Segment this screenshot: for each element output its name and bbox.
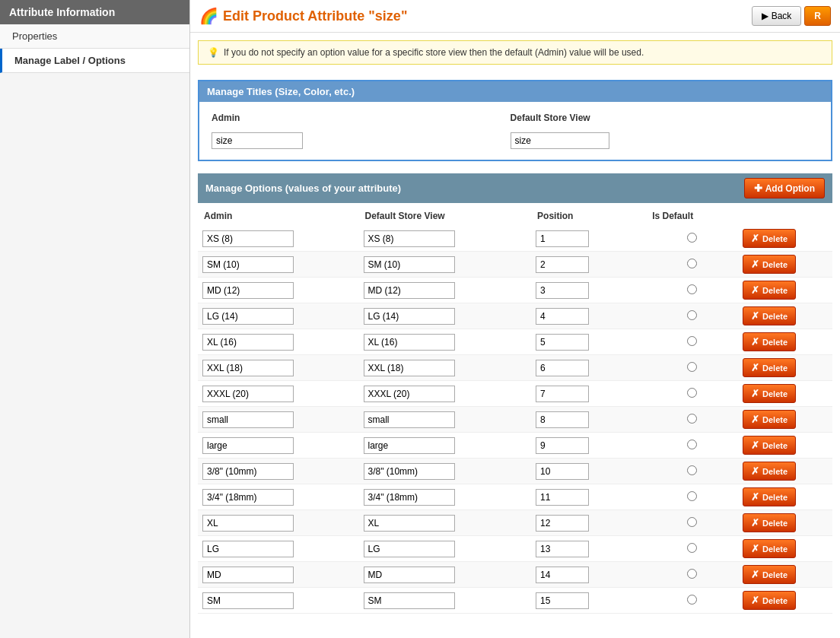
delete-icon: ✗ xyxy=(751,259,759,270)
page-title-text: Edit Product Attribute "size" xyxy=(223,8,407,24)
option-store-input[interactable] xyxy=(364,489,455,506)
option-default-radio[interactable] xyxy=(687,543,697,553)
rainbow-icon: 🌈 xyxy=(199,7,218,25)
sidebar-item-properties[interactable]: Properties xyxy=(0,24,189,49)
option-admin-input[interactable] xyxy=(202,437,294,454)
option-store-input[interactable] xyxy=(364,411,455,428)
add-option-button[interactable]: ✚ Add Option xyxy=(744,178,825,198)
sidebar-item-manage-label-options[interactable]: Manage Label / Options xyxy=(0,49,189,73)
option-position-input[interactable] xyxy=(536,567,589,583)
option-admin-input[interactable] xyxy=(202,334,294,351)
option-default-radio[interactable] xyxy=(687,259,697,268)
option-store-input[interactable] xyxy=(364,360,455,376)
option-admin-input[interactable] xyxy=(202,360,294,376)
option-admin-input[interactable] xyxy=(202,386,294,402)
option-store-input[interactable] xyxy=(364,308,455,325)
titles-store-input[interactable] xyxy=(511,132,609,149)
option-position-input[interactable] xyxy=(536,437,589,454)
option-default-radio[interactable] xyxy=(687,414,697,424)
delete-button[interactable]: ✗ Delete xyxy=(743,229,796,248)
option-admin-cell xyxy=(198,459,359,484)
option-admin-input[interactable] xyxy=(202,567,294,583)
delete-icon: ✗ xyxy=(751,465,759,477)
titles-row xyxy=(205,128,825,154)
option-admin-input[interactable] xyxy=(202,463,294,480)
option-position-input[interactable] xyxy=(536,334,589,351)
option-store-input[interactable] xyxy=(364,386,455,402)
option-default-radio[interactable] xyxy=(687,310,697,320)
delete-button[interactable]: ✗ Delete xyxy=(743,487,796,506)
option-position-input[interactable] xyxy=(536,386,589,402)
option-admin-input[interactable] xyxy=(202,282,294,299)
option-default-radio[interactable] xyxy=(687,362,697,372)
delete-button[interactable]: ✗ Delete xyxy=(743,436,796,455)
delete-button[interactable]: ✗ Delete xyxy=(743,513,796,532)
option-store-input[interactable] xyxy=(364,463,455,480)
delete-button[interactable]: ✗ Delete xyxy=(743,255,796,274)
option-store-input[interactable] xyxy=(364,282,455,299)
option-position-input[interactable] xyxy=(536,489,589,506)
option-default-radio[interactable] xyxy=(687,440,697,449)
option-default-radio[interactable] xyxy=(687,336,697,346)
delete-button[interactable]: ✗ Delete xyxy=(743,410,796,429)
option-default-radio[interactable] xyxy=(687,595,697,605)
option-position-input[interactable] xyxy=(536,282,589,299)
option-default-cell xyxy=(646,355,738,381)
delete-icon: ✗ xyxy=(751,543,759,554)
option-store-input[interactable] xyxy=(364,437,455,454)
option-default-radio[interactable] xyxy=(687,517,697,527)
option-default-radio[interactable] xyxy=(687,569,697,579)
option-admin-cell xyxy=(198,278,359,303)
option-store-input[interactable] xyxy=(364,334,455,351)
option-admin-input[interactable] xyxy=(202,592,294,609)
option-admin-input[interactable] xyxy=(202,256,294,273)
delete-button[interactable]: ✗ Delete xyxy=(743,281,796,300)
delete-button[interactable]: ✗ Delete xyxy=(743,539,796,558)
option-default-radio[interactable] xyxy=(687,233,697,243)
option-store-cell xyxy=(359,252,532,278)
option-store-input[interactable] xyxy=(364,541,455,557)
delete-icon: ✗ xyxy=(751,233,759,244)
plus-icon: ✚ xyxy=(754,183,762,194)
option-position-input[interactable] xyxy=(536,541,589,557)
option-default-cell xyxy=(646,510,738,536)
option-store-input[interactable] xyxy=(364,230,455,247)
sidebar-title: Attribute Information xyxy=(0,0,189,24)
option-position-input[interactable] xyxy=(536,411,589,428)
option-default-radio[interactable] xyxy=(687,388,697,398)
delete-button[interactable]: ✗ Delete xyxy=(743,332,796,351)
option-store-input[interactable] xyxy=(364,567,455,583)
back-button[interactable]: ▶ Back xyxy=(752,6,802,26)
delete-button[interactable]: ✗ Delete xyxy=(743,306,796,325)
delete-button[interactable]: ✗ Delete xyxy=(743,358,796,377)
delete-button[interactable]: ✗ Delete xyxy=(743,565,796,584)
option-store-cell xyxy=(359,459,532,484)
delete-button[interactable]: ✗ Delete xyxy=(743,462,796,481)
option-position-input[interactable] xyxy=(536,308,589,325)
option-admin-input[interactable] xyxy=(202,230,294,247)
option-admin-input[interactable] xyxy=(202,411,294,428)
titles-admin-input[interactable] xyxy=(212,132,303,149)
option-admin-cell xyxy=(198,303,359,329)
option-default-radio[interactable] xyxy=(687,284,697,294)
reset-button[interactable]: R xyxy=(804,6,831,26)
delete-button[interactable]: ✗ Delete xyxy=(743,384,796,403)
option-store-input[interactable] xyxy=(364,592,455,609)
option-position-input[interactable] xyxy=(536,230,589,247)
option-store-input[interactable] xyxy=(364,515,455,532)
option-store-input[interactable] xyxy=(364,256,455,273)
option-position-cell xyxy=(531,355,646,381)
option-admin-input[interactable] xyxy=(202,515,294,532)
option-default-radio[interactable] xyxy=(687,491,697,501)
option-position-input[interactable] xyxy=(536,515,589,532)
option-position-input[interactable] xyxy=(536,360,589,376)
option-admin-input[interactable] xyxy=(202,541,294,557)
table-row: ✗ Delete xyxy=(198,536,832,562)
option-position-input[interactable] xyxy=(536,592,589,609)
option-admin-input[interactable] xyxy=(202,308,294,325)
option-admin-input[interactable] xyxy=(202,489,294,506)
option-position-input[interactable] xyxy=(536,463,589,480)
delete-button[interactable]: ✗ Delete xyxy=(743,591,796,610)
option-position-input[interactable] xyxy=(536,256,589,273)
option-default-radio[interactable] xyxy=(687,465,697,475)
